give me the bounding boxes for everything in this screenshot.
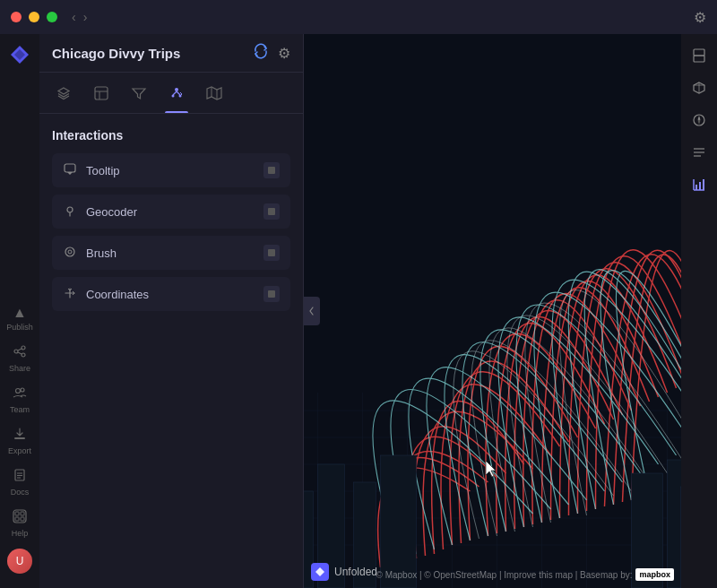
- tooltip-toggle[interactable]: [263, 162, 280, 178]
- svg-rect-65: [699, 182, 701, 190]
- brush-toggle[interactable]: [263, 245, 280, 261]
- right-sidebar-compass-icon[interactable]: [685, 106, 713, 134]
- interaction-item-brush[interactable]: Brush: [52, 236, 290, 270]
- geocoder-toggle[interactable]: [263, 203, 280, 220]
- interaction-item-geocoder[interactable]: Geocoder: [52, 195, 290, 229]
- svg-point-2: [22, 353, 25, 357]
- svg-point-1: [14, 350, 18, 353]
- svg-rect-15: [15, 517, 19, 521]
- unfolded-badge: Unfolded: [311, 563, 377, 581]
- svg-point-28: [67, 207, 73, 212]
- titlebar-nav: ‹ ›: [72, 10, 87, 24]
- tab-interactions[interactable]: [165, 80, 188, 113]
- svg-rect-13: [15, 512, 19, 515]
- tab-dataset[interactable]: [90, 80, 113, 113]
- tab-filter[interactable]: [127, 80, 151, 113]
- sidebar-item-share[interactable]: Share: [0, 339, 39, 378]
- settings-gear-icon[interactable]: ⚙: [694, 9, 706, 26]
- user-avatar[interactable]: U: [7, 549, 32, 574]
- right-sidebar-chart-icon[interactable]: [685, 170, 713, 199]
- docs-icon: [13, 468, 27, 486]
- left-panel: Chicago Divvy Trips ⚙: [39, 34, 304, 588]
- right-sidebar-3d-icon[interactable]: [685, 74, 713, 102]
- svg-line-23: [173, 91, 177, 95]
- arc-visualization: [304, 34, 681, 588]
- far-left-sidebar: ▲ Publish Share: [0, 34, 39, 588]
- sidebar-item-help[interactable]: Help: [0, 504, 39, 543]
- svg-line-4: [18, 352, 22, 354]
- coordinates-toggle[interactable]: [263, 286, 280, 302]
- svg-rect-55: [681, 487, 682, 588]
- right-sidebar-list-icon[interactable]: [685, 138, 713, 167]
- publish-icon: ▲: [13, 305, 27, 321]
- svg-rect-17: [95, 87, 108, 99]
- svg-point-31: [68, 250, 72, 254]
- team-icon: [13, 385, 27, 403]
- sidebar-nav-group: ▲ Publish Share: [0, 299, 39, 581]
- panel-tabs: [39, 73, 303, 114]
- panel-title: Chicago Divvy Trips: [52, 46, 180, 61]
- geocoder-label: Geocoder: [86, 205, 137, 219]
- main-layout: ▲ Publish Share: [0, 34, 717, 588]
- avatar-initials: U: [16, 555, 24, 567]
- map-area[interactable]: Unfolded © Mapbox | © OpenStreetMap | Im…: [304, 34, 681, 588]
- svg-point-20: [175, 88, 178, 91]
- svg-point-6: [21, 388, 24, 392]
- svg-rect-57: [694, 56, 704, 62]
- nav-forward-button[interactable]: ›: [83, 10, 88, 24]
- nav-back-button[interactable]: ‹: [72, 10, 76, 24]
- coordinates-label: Coordinates: [86, 288, 149, 301]
- tab-layers[interactable]: [52, 80, 75, 113]
- mapbox-logo: mapbox: [635, 568, 674, 581]
- sidebar-item-team[interactable]: Team: [0, 380, 39, 419]
- svg-line-24: [177, 91, 180, 95]
- panel-header-icons: ⚙: [253, 43, 290, 63]
- right-sidebar-layers-icon[interactable]: [685, 41, 713, 70]
- svg-rect-66: [703, 179, 704, 190]
- titlebar: ‹ › ⚙: [0, 0, 717, 34]
- share-icon: [13, 344, 27, 362]
- refresh-icon[interactable]: [253, 43, 269, 63]
- app-logo: [6, 41, 33, 68]
- geocoder-toggle-dot: [268, 208, 275, 215]
- svg-point-30: [65, 247, 74, 256]
- panel-header: Chicago Divvy Trips ⚙: [39, 34, 303, 73]
- interactions-section-title: Interactions: [52, 128, 290, 143]
- sidebar-item-docs[interactable]: Docs: [0, 463, 39, 502]
- svg-point-0: [22, 346, 25, 350]
- maximize-button[interactable]: [47, 12, 57, 22]
- unfolded-icon: [311, 563, 329, 581]
- coordinates-icon: [63, 287, 77, 302]
- sidebar-item-export[interactable]: Export: [0, 421, 39, 461]
- close-button[interactable]: [11, 12, 22, 22]
- brush-label: Brush: [86, 246, 117, 260]
- attribution-text: © Mapbox | © OpenStreetMap | Improve thi…: [376, 570, 632, 580]
- tooltip-label: Tooltip: [86, 164, 120, 177]
- help-icon: [13, 509, 27, 527]
- tooltip-icon: [63, 163, 77, 178]
- tooltip-toggle-dot: [268, 167, 275, 174]
- interaction-item-coordinates[interactable]: Coordinates: [52, 277, 290, 311]
- map-attribution: © Mapbox | © OpenStreetMap | Improve thi…: [376, 568, 674, 581]
- svg-line-3: [18, 349, 22, 350]
- tab-map[interactable]: [203, 80, 226, 113]
- coordinates-toggle-dot: [268, 290, 275, 298]
- export-icon: [13, 427, 27, 445]
- panel-content: Interactions Tooltip: [39, 114, 303, 588]
- unfolded-label: Unfolded: [334, 566, 377, 578]
- svg-rect-7: [14, 437, 25, 439]
- traffic-lights: [11, 12, 57, 22]
- svg-rect-27: [65, 164, 75, 172]
- minimize-button[interactable]: [29, 12, 39, 22]
- sidebar-item-publish[interactable]: ▲ Publish: [0, 299, 39, 337]
- interaction-item-tooltip[interactable]: Tooltip: [52, 153, 290, 187]
- geocoder-icon: [63, 204, 77, 220]
- panel-collapse-button[interactable]: [304, 297, 320, 325]
- brush-toggle-dot: [268, 249, 275, 256]
- panel-settings-icon[interactable]: ⚙: [278, 45, 290, 62]
- svg-point-5: [16, 389, 21, 393]
- svg-rect-64: [695, 185, 697, 190]
- svg-rect-16: [21, 517, 24, 521]
- right-sidebar: [681, 34, 717, 588]
- brush-icon: [63, 246, 77, 261]
